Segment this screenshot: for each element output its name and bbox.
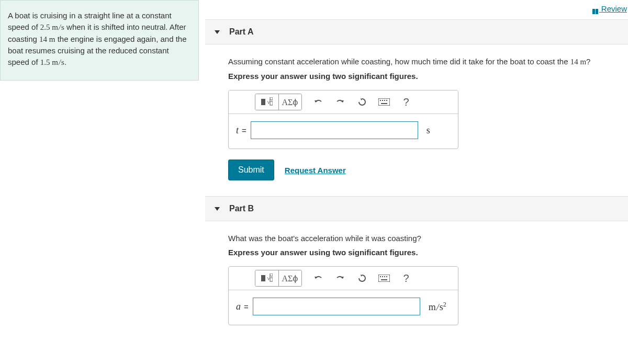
part-a-title: Part A	[229, 27, 254, 37]
part-a-submit-button[interactable]: Submit	[228, 160, 274, 180]
svg-rect-5	[380, 100, 381, 101]
part-b-question: What was the boat's acceleration while i…	[228, 233, 628, 244]
svg-rect-10	[261, 275, 265, 281]
part-a-units: s	[427, 125, 430, 136]
svg-rect-9	[381, 103, 387, 104]
svg-rect-13	[270, 274, 273, 276]
part-a-question: Assuming constant acceleration while coa…	[228, 56, 628, 67]
part-a-variable: t	[236, 125, 239, 136]
part-a-toolbar: √ ΑΣϕ	[229, 90, 458, 114]
part-b-answer-input[interactable]	[253, 298, 420, 315]
help-button[interactable]: ?	[397, 94, 415, 110]
svg-rect-17	[384, 276, 385, 277]
part-b: Part B What was the boat's acceleration …	[205, 196, 628, 325]
svg-rect-8	[386, 100, 387, 101]
part-b-instruction: Express your answer using two significan…	[228, 248, 628, 257]
part-a-answer-input[interactable]	[251, 121, 418, 139]
reset-button[interactable]	[353, 94, 371, 110]
svg-rect-3	[270, 97, 273, 100]
keyboard-button[interactable]	[375, 94, 393, 110]
greek-letters-button[interactable]: ΑΣϕ	[278, 270, 301, 286]
svg-rect-14	[378, 275, 390, 282]
part-a-instruction: Express your answer using two significan…	[228, 72, 628, 81]
part-a-header[interactable]: Part A	[205, 19, 628, 44]
part-b-variable: a	[236, 301, 241, 312]
part-a-answer-box: √ ΑΣϕ	[228, 90, 458, 149]
caret-down-icon	[215, 30, 220, 34]
svg-rect-0	[261, 99, 265, 105]
svg-rect-18	[386, 276, 387, 277]
svg-rect-4	[378, 98, 390, 106]
problem-statement: A boat is cruising in a straight line at…	[0, 0, 199, 81]
svg-rect-2	[270, 101, 273, 105]
redo-button[interactable]	[331, 270, 349, 286]
part-b-header[interactable]: Part B	[205, 196, 628, 221]
svg-rect-12	[270, 278, 273, 281]
part-a: Part A Assuming constant acceleration wh…	[205, 19, 628, 180]
greek-letters-button[interactable]: ΑΣϕ	[278, 94, 301, 110]
book-icon	[590, 7, 598, 12]
caret-down-icon	[215, 207, 220, 211]
keyboard-button[interactable]	[375, 270, 393, 286]
part-b-answer-box: √ ΑΣϕ	[228, 266, 458, 325]
undo-button[interactable]	[309, 94, 327, 110]
review-link[interactable]: Review	[590, 4, 627, 13]
svg-rect-6	[382, 100, 383, 101]
redo-button[interactable]	[331, 94, 349, 110]
svg-rect-19	[381, 279, 387, 280]
reset-button[interactable]	[353, 270, 371, 286]
svg-rect-7	[384, 100, 385, 101]
help-button[interactable]: ?	[397, 270, 415, 286]
svg-rect-15	[380, 276, 381, 277]
part-a-request-answer-link[interactable]: Request Answer	[285, 166, 346, 175]
part-b-units: m/s2	[429, 301, 446, 313]
template-picker-button[interactable]: √	[255, 270, 278, 286]
part-b-toolbar: √ ΑΣϕ	[229, 267, 458, 290]
svg-rect-16	[382, 276, 383, 277]
template-picker-button[interactable]: √	[255, 94, 278, 110]
part-b-title: Part B	[229, 204, 254, 213]
undo-button[interactable]	[309, 270, 327, 286]
